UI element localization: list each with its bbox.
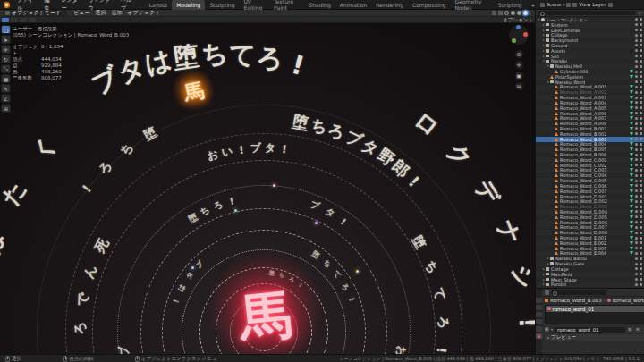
hide-viewport-eye-icon[interactable]	[635, 164, 638, 166]
hide-render-camera-icon[interactable]	[640, 138, 642, 140]
tab-sculpting[interactable]: Sculpting	[205, 0, 239, 10]
hide-render-camera-icon[interactable]	[640, 283, 642, 286]
hide-viewport-eye-icon[interactable]	[635, 55, 638, 57]
hide-render-camera-icon[interactable]	[640, 184, 642, 187]
hide-viewport-eye-icon[interactable]	[635, 97, 638, 99]
hide-viewport-eye-icon[interactable]	[635, 101, 638, 104]
hide-viewport-eye-icon[interactable]	[635, 247, 638, 249]
hide-viewport-eye-icon[interactable]	[635, 158, 638, 161]
hide-render-camera-icon[interactable]	[640, 232, 642, 234]
material-browse-icon[interactable]	[545, 327, 549, 332]
viewport-menu-3[interactable]: オブジェクト	[124, 9, 163, 17]
hide-render-camera-icon[interactable]	[640, 180, 642, 182]
tab-scripting[interactable]: Scripting	[494, 0, 527, 10]
hide-viewport-eye-icon[interactable]	[635, 29, 638, 31]
shading-dropdown-icon[interactable]: ▾	[530, 11, 531, 15]
hide-viewport-eye-icon[interactable]	[635, 91, 638, 94]
move-tool[interactable]: ✛	[1, 45, 11, 54]
filter-icon[interactable]: ▽	[638, 11, 641, 16]
editor-type-icon[interactable]	[545, 290, 549, 295]
hide-viewport-eye-icon[interactable]	[635, 106, 638, 109]
chevron-down-icon[interactable]: ▾	[551, 327, 553, 332]
hide-viewport-eye-icon[interactable]	[635, 200, 638, 203]
hide-viewport-eye-icon[interactable]	[635, 122, 638, 125]
cursor-tool[interactable]: ➤	[1, 35, 11, 44]
new-scene-icon[interactable]	[566, 3, 571, 7]
viewport-menu-2[interactable]: 追加	[108, 9, 124, 17]
hide-render-camera-icon[interactable]	[640, 29, 642, 31]
hide-viewport-eye-icon[interactable]	[635, 226, 638, 229]
hide-render-camera-icon[interactable]	[640, 65, 642, 68]
hide-render-camera-icon[interactable]	[640, 34, 642, 37]
hide-viewport-eye-icon[interactable]	[635, 127, 638, 130]
tab-compositing[interactable]: Compositing	[408, 0, 451, 10]
hide-viewport-eye-icon[interactable]	[635, 184, 638, 187]
hide-render-camera-icon[interactable]	[640, 226, 642, 229]
properties-tab-modifier[interactable]	[536, 326, 542, 332]
properties-search-input[interactable]	[551, 290, 606, 295]
hide-render-camera-icon[interactable]	[640, 143, 642, 146]
select-mode-extend-button[interactable]	[11, 18, 18, 22]
hide-render-camera-icon[interactable]	[640, 252, 642, 255]
hide-viewport-eye-icon[interactable]	[635, 237, 638, 240]
tab-shading[interactable]: Shading	[304, 0, 335, 10]
hide-viewport-eye-icon[interactable]	[635, 112, 638, 114]
scene-selector[interactable]: Scene	[547, 2, 562, 7]
hide-viewport-eye-icon[interactable]	[635, 44, 638, 46]
hide-viewport-eye-icon[interactable]	[635, 215, 638, 218]
viewport-menu-1[interactable]: 選択	[92, 9, 108, 17]
hide-render-camera-icon[interactable]	[640, 101, 642, 104]
hide-viewport-eye-icon[interactable]	[635, 283, 638, 286]
hide-viewport-eye-icon[interactable]	[635, 267, 638, 270]
hide-viewport-eye-icon[interactable]	[635, 180, 638, 182]
add-cube-tool[interactable]: ⊞	[1, 104, 11, 113]
hide-render-camera-icon[interactable]	[640, 49, 642, 52]
ortho-toggle-icon[interactable]: ⊞	[515, 82, 523, 90]
hide-render-camera-icon[interactable]	[640, 174, 642, 177]
hide-viewport-eye-icon[interactable]	[635, 174, 638, 177]
tab-texture-paint[interactable]: Texture Paint	[269, 0, 304, 10]
shading-solid-icon[interactable]	[511, 11, 515, 15]
annotate-tool[interactable]: ✎	[1, 84, 11, 93]
axis-z-dot[interactable]	[516, 25, 521, 29]
camera-view-icon[interactable]: ▣	[515, 72, 523, 80]
blender-logo-icon[interactable]	[4, 2, 10, 8]
duplicate-material-button[interactable]: ⧉	[627, 327, 633, 333]
tab-rendering[interactable]: Rendering	[371, 0, 408, 10]
select-mode-subtract-button[interactable]	[20, 18, 27, 22]
hide-viewport-eye-icon[interactable]	[635, 169, 638, 172]
hide-viewport-eye-icon[interactable]	[635, 117, 638, 120]
hide-viewport-eye-icon[interactable]	[635, 138, 638, 140]
hide-viewport-eye-icon[interactable]	[635, 154, 638, 156]
hide-render-camera-icon[interactable]	[640, 237, 642, 240]
scale-tool[interactable]: ⤡	[1, 64, 11, 73]
tab-modeling[interactable]: Modeling	[172, 0, 205, 10]
hide-render-camera-icon[interactable]	[640, 215, 642, 218]
hide-render-camera-icon[interactable]	[640, 122, 642, 125]
material-slot-list[interactable]: romaco_word_01	[545, 305, 644, 324]
tab-animation[interactable]: Animation	[335, 0, 372, 10]
hide-viewport-eye-icon[interactable]	[635, 148, 638, 151]
hide-viewport-eye-icon[interactable]	[635, 206, 638, 208]
snap-magnet-icon[interactable]	[498, 11, 503, 15]
hide-render-camera-icon[interactable]	[640, 189, 642, 192]
hide-render-camera-icon[interactable]	[640, 18, 642, 21]
chevron-down-icon[interactable]: ▾	[563, 3, 564, 7]
hide-render-camera-icon[interactable]	[640, 221, 642, 223]
hide-render-camera-icon[interactable]	[640, 164, 642, 166]
tab-layout[interactable]: Layout	[145, 0, 172, 10]
properties-tab-scene[interactable]	[536, 312, 542, 317]
hide-render-camera-icon[interactable]	[640, 97, 642, 99]
hide-viewport-eye-icon[interactable]	[635, 80, 638, 83]
hide-viewport-eye-icon[interactable]	[635, 189, 638, 192]
hide-viewport-eye-icon[interactable]	[635, 23, 638, 26]
axis-x-dot[interactable]	[523, 32, 528, 37]
hide-viewport-eye-icon[interactable]	[635, 221, 638, 223]
hide-viewport-eye-icon[interactable]	[635, 232, 638, 234]
hide-viewport-eye-icon[interactable]	[635, 60, 638, 63]
hide-render-camera-icon[interactable]	[640, 273, 642, 275]
unlink-material-button[interactable]: ✕	[635, 327, 641, 333]
shading-rendered-icon[interactable]	[523, 11, 528, 15]
viewport-canvas[interactable]: ブタは堕ちてろ!堕ちろブタ野郎!おい!ブタ!ロクデナシ!くたばれ!死んでろ!堕ち…	[0, 23, 535, 354]
hide-viewport-eye-icon[interactable]	[635, 195, 638, 198]
